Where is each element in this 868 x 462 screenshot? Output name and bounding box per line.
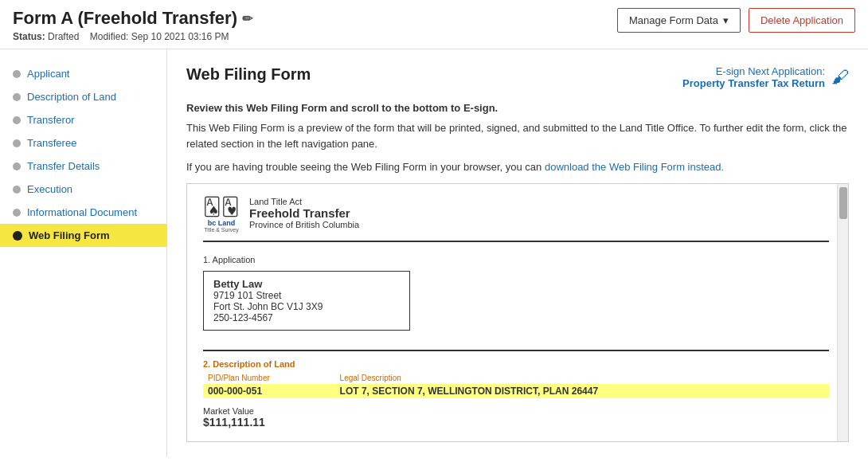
table-row: 000-000-051 LOT 7, SECTION 7, WELLINGTON… [203, 384, 829, 398]
header-left: Form A (Freehold Transfer) ✏ Status: Dra… [13, 8, 252, 42]
status-value: Drafted [48, 31, 79, 42]
esign-title: Property Transfer Tax Return [682, 77, 825, 89]
bc-land-text: bc Land [208, 219, 236, 227]
section1-label: 1. Application [203, 255, 829, 264]
bc-cards-icon: 🂡🂱 [203, 197, 240, 217]
sidebar-item-label: Informational Document [27, 206, 137, 218]
page-header: Form A (Freehold Transfer) ✏ Status: Dra… [0, 0, 868, 49]
sidebar-item-label: Transfer Details [27, 160, 100, 172]
main-layout: Applicant Description of Land Transferor… [0, 49, 868, 457]
province: Province of British Columbia [249, 220, 359, 229]
col-pid-header: PID/Plan Number [203, 372, 335, 384]
content-area: Web Filing Form E-sign Next Application:… [167, 49, 868, 457]
sidebar-dot [13, 116, 21, 124]
intro-p1: This Web Filing Form is a preview of the… [186, 120, 849, 151]
market-value-label: Market Value [203, 406, 829, 416]
intro-p2-prefix: If you are having trouble seeing the Web… [186, 161, 545, 173]
title-text: Form A (Freehold Transfer) [13, 8, 237, 29]
applicant-addr2: Fort St. John BC V1J 3X9 [213, 301, 400, 312]
form-preview-inner: 🂡🂱 bc Land Title & Survey Land Title Act… [187, 184, 848, 441]
form-title-block: Land Title Act Freehold Transfer Provinc… [249, 197, 359, 229]
form-header-row: 🂡🂱 bc Land Title & Survey Land Title Act… [203, 197, 829, 242]
form-name: Freehold Transfer [249, 206, 359, 220]
land-table: PID/Plan Number Legal Description 000-00… [203, 372, 829, 398]
download-link[interactable]: download the Web Filing Form instead. [545, 161, 724, 173]
act-name: Land Title Act [249, 197, 359, 206]
esign-label: E-sign Next Application: [682, 65, 825, 77]
sidebar-item-label: Description of Land [27, 91, 116, 103]
sidebar-item-transfer-details[interactable]: Transfer Details [0, 155, 166, 178]
intro-bold: Review this Web Filing Form and scroll t… [186, 102, 849, 114]
sidebar-item-transferor[interactable]: Transferor [0, 108, 166, 131]
form-scrollbar[interactable] [837, 184, 848, 441]
col-legal-header: Legal Description [335, 372, 829, 384]
sidebar-item-label: Execution [27, 183, 72, 195]
sidebar-item-label: Web Filing Form [29, 229, 110, 241]
modified-label: Modified: [90, 31, 129, 42]
sidebar: Applicant Description of Land Transferor… [0, 49, 167, 457]
sidebar-item-label: Transferee [27, 137, 76, 149]
sidebar-item-label: Transferor [27, 114, 74, 126]
intro-p2: If you are having trouble seeing the Web… [186, 159, 849, 175]
status-line: Status: Drafted Modified: Sep 10 2021 03… [13, 31, 252, 42]
legal-value: LOT 7, SECTION 7, WELLINGTON DISTRICT, P… [335, 384, 829, 398]
sidebar-item-description-of-land[interactable]: Description of Land [0, 85, 166, 108]
dropdown-arrow-icon: ▾ [723, 14, 729, 26]
form-preview: 🂡🂱 bc Land Title & Survey Land Title Act… [186, 183, 849, 442]
applicant-addr1: 9719 101 Street [213, 290, 400, 301]
sidebar-item-informational-document[interactable]: Informational Document [0, 201, 166, 224]
sidebar-item-execution[interactable]: Execution [0, 178, 166, 201]
content-header: Web Filing Form E-sign Next Application:… [186, 65, 849, 89]
sidebar-item-transferee[interactable]: Transferee [0, 131, 166, 155]
manage-form-data-button[interactable]: Manage Form Data ▾ [617, 8, 741, 33]
modified-value: Sep 10 2021 03:16 PM [131, 31, 229, 42]
scrollbar-thumb [839, 187, 847, 219]
status-label: Status: [13, 31, 45, 42]
sidebar-item-web-filing-form[interactable]: Web Filing Form [0, 224, 166, 247]
edit-icon[interactable]: ✏ [242, 11, 252, 26]
market-value: $111,111.11 [203, 416, 829, 429]
pid-value: 000-000-051 [203, 384, 335, 398]
page-title: Form A (Freehold Transfer) ✏ [13, 8, 252, 29]
content-heading: Web Filing Form [186, 65, 311, 84]
land-section: 2. Description of Land PID/Plan Number L… [203, 359, 829, 398]
sidebar-dot-active [13, 231, 22, 241]
market-value-section: Market Value $111,111.11 [203, 406, 829, 429]
delete-application-button[interactable]: Delete Application [749, 8, 855, 33]
manage-label: Manage Form Data [629, 14, 718, 26]
sidebar-dot [13, 139, 21, 147]
bc-sub-text: Title & Survey [204, 227, 238, 233]
sidebar-dot [13, 93, 21, 101]
applicant-phone: 250-123-4567 [213, 312, 400, 323]
sidebar-dot [13, 162, 21, 170]
delete-label: Delete Application [760, 14, 843, 26]
sidebar-dot [13, 186, 21, 194]
section2-label: 2. Description of Land [203, 359, 829, 369]
sidebar-item-applicant[interactable]: Applicant [0, 62, 166, 85]
esign-document-icon[interactable]: 🖌 [831, 67, 849, 88]
bc-logo: 🂡🂱 bc Land Title & Survey [203, 197, 240, 233]
table-header-row: PID/Plan Number Legal Description [203, 372, 829, 384]
applicant-name: Betty Law [213, 278, 400, 290]
sidebar-dot [13, 209, 21, 217]
esign-text: E-sign Next Application: Property Transf… [682, 65, 825, 89]
header-actions: Manage Form Data ▾ Delete Application [617, 8, 855, 33]
section-divider [203, 350, 829, 351]
esign-section: E-sign Next Application: Property Transf… [682, 65, 849, 89]
address-box: Betty Law 9719 101 Street Fort St. John … [203, 271, 410, 331]
sidebar-dot [13, 70, 21, 78]
sidebar-item-label: Applicant [27, 68, 69, 80]
